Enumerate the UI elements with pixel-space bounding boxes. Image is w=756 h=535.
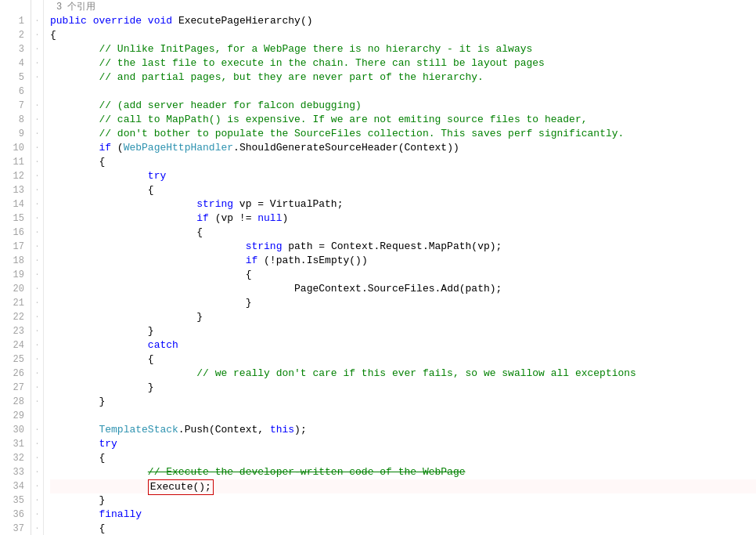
line-number: 8 xyxy=(0,113,24,127)
line-number: 18 xyxy=(0,254,24,268)
gutter-marker: · xyxy=(31,169,43,183)
gutter-marker: · xyxy=(31,381,43,395)
code-line: PageContext.SourceFiles.Add(path); xyxy=(50,282,756,296)
line-number: 7 xyxy=(0,99,24,113)
gutter-marker: · xyxy=(31,42,43,56)
code-line: // Execute the developer-written code of… xyxy=(50,465,756,479)
gutter-marker: · xyxy=(31,437,43,451)
code-line: } xyxy=(50,381,756,395)
line-number: 23 xyxy=(0,324,24,338)
gutter-marker: · xyxy=(31,99,43,113)
gutter-marker: · xyxy=(31,296,43,310)
line-number: 30 xyxy=(0,423,24,437)
code-line: TemplateStack.Push(Context, this); xyxy=(50,423,756,437)
code-line: { xyxy=(50,522,756,535)
execute-call-highlight: Execute(); xyxy=(148,479,214,495)
line-number: 15 xyxy=(0,211,24,226)
code-line: if (!path.IsEmpty()) xyxy=(50,254,756,268)
line-number: 28 xyxy=(0,395,24,409)
code-line: // Unlike InitPages, for a WebPage there… xyxy=(50,42,756,56)
code-line: if (WebPageHttpHandler.ShouldGenerateSou… xyxy=(50,141,756,155)
line-number: 35 xyxy=(0,493,24,508)
gutter-marker: · xyxy=(31,352,43,367)
gutter-marker: · xyxy=(31,127,43,141)
line-number: 14 xyxy=(0,197,24,211)
gutter-marker: · xyxy=(31,479,43,493)
line-number: 11 xyxy=(0,155,24,169)
line-number: 24 xyxy=(0,338,24,352)
gutter-marker: · xyxy=(31,56,43,70)
gutter-marker: · xyxy=(31,197,43,211)
line-numbers-gutter: 1234567891011121314151617181920212223242… xyxy=(0,0,31,535)
gutter-marker: · xyxy=(31,254,43,268)
gutter-marker: · xyxy=(31,493,43,508)
code-line: string path = Context.Request.MapPath(vp… xyxy=(50,240,756,254)
code-line: // (add server header for falcon debuggi… xyxy=(50,99,756,113)
code-line: } xyxy=(50,296,756,310)
line-number: 27 xyxy=(0,381,24,395)
gutter-marker: · xyxy=(31,338,43,352)
gutter-marker: · xyxy=(31,367,43,381)
code-line xyxy=(50,409,756,423)
code-line: // don't bother to populate the SourceFi… xyxy=(50,127,756,141)
gutter-marker: · xyxy=(31,226,43,240)
code-line: { xyxy=(50,226,756,240)
code-line: { xyxy=(50,268,756,282)
gutter-marker: · xyxy=(31,451,43,465)
code-line: { xyxy=(50,183,756,197)
code-line: // call to MapPath() is expensive. If we… xyxy=(50,113,756,127)
code-content: 3 个引用public override void ExecutePageHie… xyxy=(44,0,756,535)
code-line: // we really don't care if this ever fai… xyxy=(50,367,756,381)
line-number: 26 xyxy=(0,367,24,381)
gutter-marker: · xyxy=(31,268,43,282)
code-line: } xyxy=(50,324,756,338)
gutter-marker: · xyxy=(31,282,43,296)
line-number: 37 xyxy=(0,522,24,535)
gutter-marker: · xyxy=(31,14,43,28)
line-number: 10 xyxy=(0,141,24,155)
line-number: 3 xyxy=(0,42,24,56)
gutter-marker: · xyxy=(31,395,43,409)
gutter-marker: · xyxy=(31,508,43,522)
line-number: 17 xyxy=(0,240,24,254)
line-number: 20 xyxy=(0,282,24,296)
code-line: string vp = VirtualPath; xyxy=(50,197,756,211)
line-number: 32 xyxy=(0,451,24,465)
gutter-marker: · xyxy=(31,70,43,85)
line-number: 21 xyxy=(0,296,24,310)
code-line: catch xyxy=(50,338,756,352)
gutter-marker: · xyxy=(31,113,43,127)
code-gutter: ······································ xyxy=(31,0,44,535)
gutter-marker: · xyxy=(31,324,43,338)
gutter-marker: · xyxy=(31,310,43,324)
gutter-marker: · xyxy=(31,28,43,42)
gutter-marker: · xyxy=(31,423,43,437)
line-number: 4 xyxy=(0,56,24,70)
line-number: 22 xyxy=(0,310,24,324)
line-number: 9 xyxy=(0,127,24,141)
line-number: 25 xyxy=(0,352,24,367)
gutter-marker: · xyxy=(31,141,43,155)
line-number: 16 xyxy=(0,226,24,240)
code-line: if (vp != null) xyxy=(50,211,756,226)
code-line: try xyxy=(50,169,756,183)
code-line: Execute(); xyxy=(50,479,756,493)
gutter-marker: · xyxy=(31,211,43,226)
code-line: { xyxy=(50,352,756,367)
gutter-marker: · xyxy=(31,522,43,535)
gutter-marker: · xyxy=(31,183,43,197)
code-line: // the last file to execute in the chain… xyxy=(50,56,756,70)
line-number: 19 xyxy=(0,268,24,282)
line-number: 34 xyxy=(0,479,24,493)
line-number: 13 xyxy=(0,183,24,197)
code-line: finally xyxy=(50,508,756,522)
code-editor: 1234567891011121314151617181920212223242… xyxy=(0,0,756,535)
line-number: 33 xyxy=(0,465,24,479)
code-line: // and partial pages, but they are never… xyxy=(50,70,756,85)
code-line xyxy=(50,85,756,99)
line-number: 36 xyxy=(0,508,24,522)
code-line: try xyxy=(50,437,756,451)
refs-count: 3 个引用 xyxy=(50,0,756,14)
gutter-marker xyxy=(31,409,43,423)
code-line: { xyxy=(50,451,756,465)
